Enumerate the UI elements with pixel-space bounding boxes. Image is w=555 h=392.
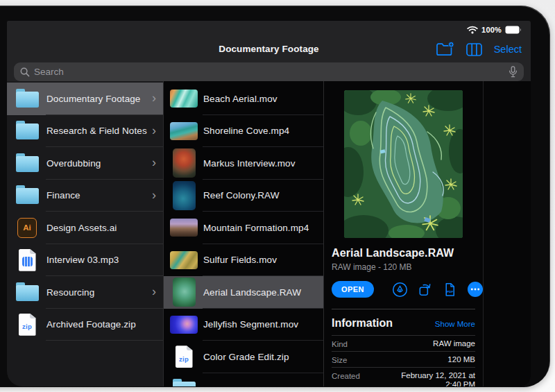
file-thumbnail	[170, 219, 198, 237]
audio-file-icon	[19, 249, 36, 271]
file-item-markus-interview-mov[interactable]: Markus Interview.mov	[164, 147, 323, 180]
sidebar-item-resourcing[interactable]: Resourcing›	[7, 276, 163, 309]
preview-column: Aerial Landscape.RAW RAW image - 120 MB …	[324, 81, 531, 386]
file-item-label: Sulfur Fields.mov	[203, 255, 277, 265]
file-thumbnail	[170, 316, 198, 334]
file-item-mountain-formation-mp4[interactable]: Mountain Formation.mp4	[164, 212, 323, 244]
sidebar-item-archived-footage-zip[interactable]: zipArchived Footage.zip	[7, 309, 163, 341]
info-row-label: Size	[332, 355, 347, 364]
rotate-icon[interactable]	[417, 282, 433, 298]
folder-icon	[16, 123, 39, 139]
show-more-link[interactable]: Show More	[435, 320, 475, 328]
file-item-jellyfish-segment-mov[interactable]: Jellyfish Segment.mov	[164, 309, 323, 341]
info-row-value: 120 MB	[447, 355, 475, 364]
chevron-right-icon: ›	[152, 92, 156, 104]
file-item-label: Reef Colony.RAW	[203, 190, 280, 201]
create-pdf-icon[interactable]: PDF	[442, 282, 458, 298]
file-item-label: Jellyfish Segment.mov	[203, 319, 298, 330]
ipad-device: 100% Documentary Footage	[0, 6, 550, 387]
wifi-icon	[467, 26, 478, 34]
sidebar-item-label: Overdubbing	[46, 158, 101, 169]
chevron-right-icon: ›	[152, 156, 156, 169]
file-item-label: Beach Aerial.mov	[203, 94, 278, 104]
chevron-right-icon: ›	[152, 188, 156, 201]
battery-icon	[505, 26, 522, 34]
file-thumbnail	[170, 90, 198, 108]
info-row-size: Size120 MB	[332, 351, 475, 367]
sidebar-item-label: Archived Footage.zip	[46, 319, 136, 330]
folder-icon	[16, 285, 39, 301]
file-preview-image[interactable]	[344, 90, 463, 238]
file-thumbnail	[170, 251, 198, 269]
new-folder-icon[interactable]	[436, 42, 454, 57]
preview-file-meta: RAW image - 120 MB	[332, 262, 475, 272]
file-item-color-grade-edit-zip[interactable]: zipColor Grade Edit.zip	[164, 341, 323, 373]
file-item-label: Mountain Formation.mp4	[203, 223, 309, 233]
file-item-label: Markus Interview.mov	[203, 158, 296, 169]
search-icon	[20, 67, 30, 77]
svg-text:PDF: PDF	[447, 289, 453, 293]
folder-icon	[16, 188, 39, 204]
navigation-toolbar: Documentary Footage Select	[7, 38, 531, 62]
chevron-right-icon: ›	[152, 285, 156, 298]
dictation-mic-icon[interactable]	[509, 66, 518, 78]
sidebar-item-design-assets-ai[interactable]: AiDesign Assets.ai	[7, 212, 163, 244]
folder-icon	[16, 156, 39, 172]
file-item-label: Color Grade Edit.zip	[203, 352, 289, 362]
sidebar-item-research-field-notes[interactable]: Research & Field Notes›	[7, 115, 163, 148]
sidebar-item-label: Interview 03.mp3	[46, 255, 119, 265]
separator	[46, 340, 163, 341]
sidebar-item-label: Research & Field Notes	[46, 126, 147, 136]
search-input[interactable]: Search	[14, 62, 524, 81]
file-item-reef-colony-raw[interactable]: Reef Colony.RAW	[164, 180, 323, 212]
file-item-aerial-landscape-raw[interactable]: Aerial Landscape.RAW	[164, 276, 323, 309]
info-row-label: Created	[332, 371, 360, 380]
sidebar-item-label: Design Assets.ai	[46, 223, 117, 233]
file-item-shoreline-cove-mp4[interactable]: Shoreline Cove.mp4	[164, 115, 323, 148]
markup-icon[interactable]	[392, 282, 408, 298]
file-item-label: Shoreline Cove.mp4	[203, 126, 289, 136]
sidebar-item-overdubbing[interactable]: Overdubbing›	[7, 147, 163, 180]
sidebar-item-interview-03-mp3[interactable]: Interview 03.mp3	[7, 244, 163, 277]
divider	[332, 309, 475, 309]
zip-file-icon: zip	[176, 346, 193, 368]
info-row-kind: KindRAW image	[332, 335, 475, 351]
sidebar-item-finance[interactable]: Finance›	[7, 180, 163, 212]
file-item-label: Aerial Landscape.RAW	[203, 287, 301, 298]
sidebar-item-label: Documentary Footage	[46, 94, 140, 104]
open-button[interactable]: OPEN	[332, 281, 374, 298]
illustrator-file-icon: Ai	[17, 218, 37, 238]
folder-icon	[16, 92, 39, 108]
file-thumbnail	[173, 148, 196, 178]
battery-percent: 100%	[481, 26, 502, 34]
file-thumbnail	[173, 278, 196, 307]
preview-file-name: Aerial Landscape.RAW	[332, 247, 475, 259]
file-item-partial[interactable]	[164, 373, 323, 387]
sidebar-item-documentary-footage[interactable]: Documentary Footage›	[7, 83, 163, 115]
more-icon[interactable]	[467, 281, 484, 298]
column-view-icon[interactable]	[466, 43, 482, 56]
info-row-created: CreatedFebruary 12, 2021 at 2:40 PM	[332, 367, 475, 386]
chevron-right-icon: ›	[152, 123, 156, 136]
files-app-screen: 100% Documentary Footage	[7, 21, 531, 386]
folder-icon	[173, 382, 196, 386]
info-row-label: Kind	[332, 339, 348, 348]
sidebar-item-label: Resourcing	[46, 287, 94, 298]
folder-column: Documentary Footage›Research & Field Not…	[7, 81, 164, 386]
browser-columns: Documentary Footage›Research & Field Not…	[7, 81, 531, 386]
sidebar-item-label: Finance	[46, 190, 80, 201]
information-heading: Information	[332, 317, 393, 330]
status-bar: 100%	[7, 21, 531, 38]
search-placeholder: Search	[34, 67, 504, 77]
zip-file-icon: zip	[19, 314, 36, 336]
info-row-value: RAW image	[433, 339, 475, 348]
file-item-sulfur-fields-mov[interactable]: Sulfur Fields.mov	[164, 244, 323, 277]
file-list-column: Beach Aerial.movShoreline Cove.mp4Markus…	[164, 81, 324, 386]
select-button[interactable]: Select	[494, 44, 522, 55]
file-item-beach-aerial-mov[interactable]: Beach Aerial.mov	[164, 83, 323, 115]
file-thumbnail	[173, 181, 196, 210]
file-thumbnail	[170, 122, 198, 140]
info-row-value: February 12, 2021 at 2:40 PM	[384, 371, 475, 386]
